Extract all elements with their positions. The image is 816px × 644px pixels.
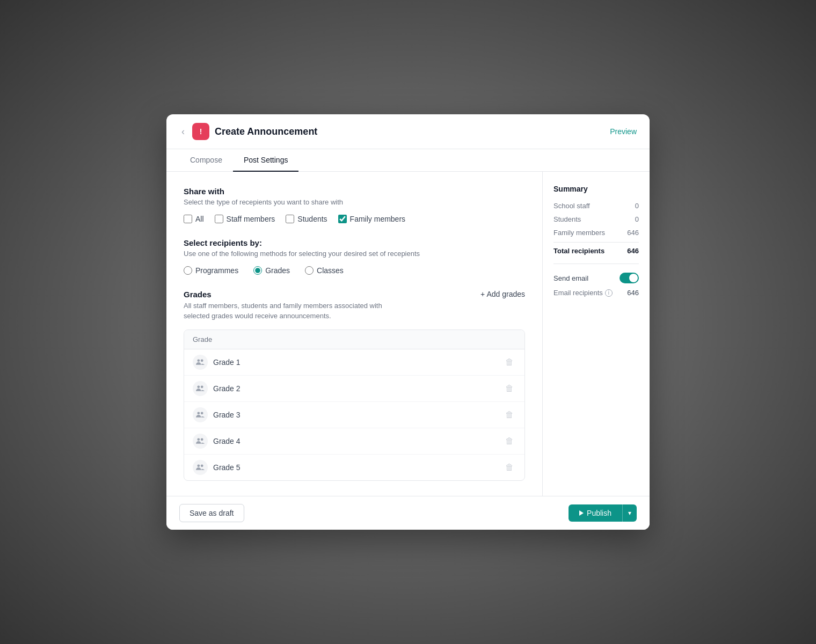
grade-icon xyxy=(193,434,208,449)
recipients-by-title: Select recipients by: xyxy=(184,238,525,247)
summary-students-value: 0 xyxy=(635,215,639,223)
grade-row-left: Grade 2 xyxy=(193,381,241,396)
radio-programmes[interactable]: Programmes xyxy=(184,266,238,275)
grades-desc: All staff members, students and family m… xyxy=(184,301,409,320)
delete-grade-4-button[interactable]: 🗑 xyxy=(503,435,516,447)
grade-name: Grade 5 xyxy=(213,463,241,472)
back-button[interactable]: ‹ xyxy=(179,126,187,137)
checkbox-all[interactable] xyxy=(184,215,192,223)
share-option-students[interactable]: Students xyxy=(286,215,327,223)
modal-title: Create Announcement xyxy=(215,126,317,137)
share-option-staff[interactable]: Staff members xyxy=(215,215,275,223)
table-row: Grade 5 🗑 xyxy=(184,455,524,480)
delete-grade-1-button[interactable]: 🗑 xyxy=(503,356,516,368)
people-icon xyxy=(196,437,205,445)
recipients-radio-options: Programmes Grades Classes xyxy=(184,266,525,275)
share-options: All Staff members Students Family member… xyxy=(184,215,525,223)
info-icon: i xyxy=(605,289,613,297)
publish-play-icon xyxy=(579,510,584,516)
share-option-students-label: Students xyxy=(297,215,327,223)
modal-header: ‹ ! Create Announcement Preview xyxy=(166,114,650,149)
summary-title: Summary xyxy=(553,185,639,193)
share-option-family[interactable]: Family members xyxy=(338,215,405,223)
radio-classes[interactable]: Classes xyxy=(305,266,344,275)
summary-divider xyxy=(553,264,639,264)
people-icon xyxy=(196,358,205,367)
grade-name: Grade 2 xyxy=(213,384,241,393)
modal-container: ‹ ! Create Announcement Preview Compose … xyxy=(166,114,650,529)
grade-row-left: Grade 3 xyxy=(193,407,241,422)
recipients-section: Select recipients by: Use one of the fol… xyxy=(184,238,525,275)
send-email-label: Send email xyxy=(553,274,588,282)
grades-title: Grades xyxy=(184,290,409,299)
app-icon: ! xyxy=(192,123,209,140)
people-icon xyxy=(196,384,205,393)
email-recipients-label: Email recipients i xyxy=(553,289,613,297)
checkbox-students[interactable] xyxy=(286,215,294,223)
tab-compose[interactable]: Compose xyxy=(179,149,233,172)
delete-grade-2-button[interactable]: 🗑 xyxy=(503,383,516,394)
tab-post-settings[interactable]: Post Settings xyxy=(233,149,299,172)
grade-row-left: Grade 5 xyxy=(193,460,241,475)
radio-grades-label: Grades xyxy=(265,266,290,275)
preview-button[interactable]: Preview xyxy=(610,127,637,136)
share-option-all[interactable]: All xyxy=(184,215,204,223)
radio-grades[interactable]: Grades xyxy=(253,266,290,275)
radio-programmes-label: Programmes xyxy=(195,266,238,275)
send-email-row: Send email xyxy=(553,273,639,283)
radio-input-programmes[interactable] xyxy=(184,266,192,275)
tabs-bar: Compose Post Settings xyxy=(166,149,650,172)
radio-input-grades[interactable] xyxy=(253,266,262,275)
recipients-by-desc: Use one of the following methods for sel… xyxy=(184,250,525,258)
publish-dropdown-button[interactable]: ▾ xyxy=(622,504,637,522)
save-draft-button[interactable]: Save as draft xyxy=(179,504,244,522)
share-with-section: Share with Select the type of recepients… xyxy=(184,187,525,223)
grade-name: Grade 4 xyxy=(213,437,241,445)
grade-icon xyxy=(193,407,208,422)
radio-classes-label: Classes xyxy=(317,266,344,275)
publish-button[interactable]: Publish xyxy=(569,504,622,522)
people-icon xyxy=(196,411,205,419)
grade-row-left: Grade 4 xyxy=(193,434,241,449)
summary-family-value: 646 xyxy=(627,229,639,237)
people-icon xyxy=(196,463,205,472)
summary-row-total: Total recipients 646 xyxy=(553,242,639,255)
share-option-family-label: Family members xyxy=(350,215,405,223)
email-recipients-value: 646 xyxy=(627,289,639,297)
grades-header-text: Grades All staff members, students and f… xyxy=(184,290,409,320)
summary-row-school-staff: School staff 0 xyxy=(553,202,639,210)
checkbox-staff[interactable] xyxy=(215,215,223,223)
summary-row-family: Family members 646 xyxy=(553,229,639,237)
summary-row-students: Students 0 xyxy=(553,215,639,223)
table-row: Grade 4 🗑 xyxy=(184,428,524,455)
add-grades-button[interactable]: + Add grades xyxy=(480,290,525,298)
grades-table-header: Grade xyxy=(184,330,524,349)
grade-icon xyxy=(193,460,208,475)
checkbox-family[interactable] xyxy=(338,215,347,223)
grade-row-left: Grade 1 xyxy=(193,355,241,370)
main-panel: Share with Select the type of recepients… xyxy=(166,172,542,495)
grade-icon xyxy=(193,381,208,396)
table-row: Grade 1 🗑 xyxy=(184,349,524,376)
modal-footer: Save as draft Publish ▾ xyxy=(166,496,650,530)
share-with-title: Share with xyxy=(184,187,525,196)
table-row: Grade 2 🗑 xyxy=(184,376,524,402)
header-left: ‹ ! Create Announcement xyxy=(179,123,317,140)
summary-total-label: Total recipients xyxy=(553,247,604,255)
summary-family-label: Family members xyxy=(553,229,605,237)
email-recipients-row: Email recipients i 646 xyxy=(553,289,639,297)
delete-grade-5-button[interactable]: 🗑 xyxy=(503,462,516,473)
send-email-toggle[interactable] xyxy=(620,273,639,283)
delete-grade-3-button[interactable]: 🗑 xyxy=(503,409,516,421)
summary-panel: Summary School staff 0 Students 0 Family… xyxy=(542,172,650,495)
publish-label: Publish xyxy=(587,509,611,517)
grade-name: Grade 3 xyxy=(213,411,241,419)
radio-input-classes[interactable] xyxy=(305,266,314,275)
summary-school-staff-value: 0 xyxy=(635,202,639,210)
grade-name: Grade 1 xyxy=(213,358,241,367)
summary-total-value: 646 xyxy=(627,247,639,255)
grades-table: Grade Grade 1 🗑 xyxy=(184,330,525,481)
summary-students-label: Students xyxy=(553,215,581,223)
grades-header: Grades All staff members, students and f… xyxy=(184,290,525,320)
publish-group: Publish ▾ xyxy=(569,504,637,522)
